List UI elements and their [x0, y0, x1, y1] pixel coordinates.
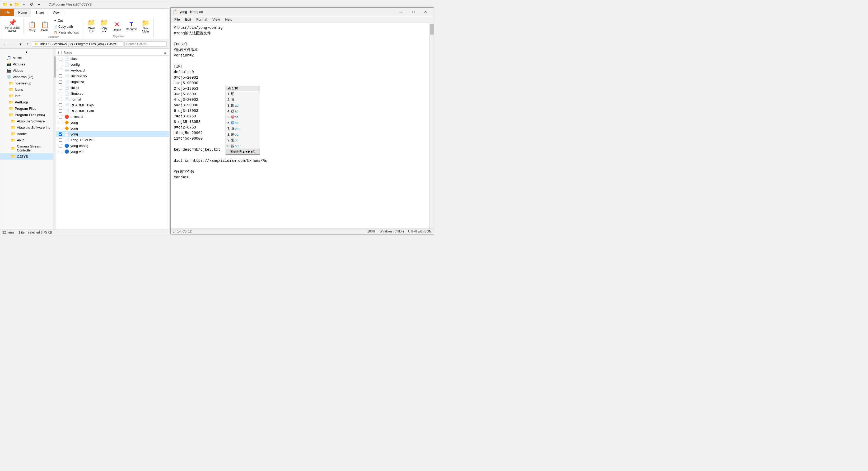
file-checkbox[interactable] — [58, 138, 63, 142]
paste-btn[interactable]: 📋 Paste — [39, 20, 51, 33]
rename-btn[interactable]: T Rename — [124, 20, 139, 32]
file-checkbox[interactable] — [58, 74, 63, 78]
list-item[interactable]: 📄 libl.dll — [56, 85, 169, 91]
list-item[interactable]: 🔶 yong — [56, 125, 169, 131]
ime-item-0[interactable]: 0. 覬buu — [226, 143, 260, 149]
sidebar-item-videos[interactable]: 🎬 Videos — [0, 67, 53, 74]
list-item[interactable]: 🔴 uninstall — [56, 114, 169, 120]
list-item[interactable]: ⌨️ keyboard — [56, 67, 169, 73]
paste-shortcut-btn[interactable]: 📋 Paste shortcut — [52, 30, 81, 35]
file-checkbox[interactable] — [58, 127, 63, 130]
tab-home[interactable]: Home — [14, 9, 31, 16]
program-files-x86-icon: 📁 — [9, 113, 13, 117]
file-icon: 🔴 — [64, 114, 69, 119]
file-checkbox[interactable] — [58, 92, 63, 95]
file-checkbox[interactable] — [58, 86, 63, 90]
list-item[interactable]: 📄 README_Big5 — [56, 102, 169, 108]
undo-btn[interactable]: ← — [21, 1, 27, 8]
move-to-btn[interactable]: 📁 Moveto ▾ — [86, 18, 97, 34]
ime-item-8[interactable]: 8. 瞬bq — [226, 132, 260, 137]
file-checkbox-selected[interactable] — [58, 132, 63, 136]
np-menu-edit[interactable]: Edit — [183, 16, 194, 22]
new-folder-btn[interactable]: 📁 Newfolder — [140, 18, 151, 34]
sidebar-item-hpswsetup[interactable]: 📁 hpswsetup — [0, 80, 53, 86]
sidebar-item-intel[interactable]: 📁 Intel — [0, 93, 53, 99]
notepad-scrollbar[interactable] — [430, 23, 434, 229]
file-checkbox[interactable] — [58, 109, 63, 113]
copy-path-btn[interactable]: 📄 Copy path — [52, 24, 81, 29]
sidebar-item-absolute-software[interactable]: 📁 Absolute Software — [0, 118, 53, 124]
list-item[interactable]: 🔵 yong-config — [56, 143, 169, 148]
delete-btn[interactable]: ✕ Delete — [111, 20, 123, 33]
up-btn[interactable]: ↑ — [25, 41, 31, 47]
tab-file[interactable]: File — [0, 9, 14, 16]
file-checkbox[interactable] — [58, 103, 63, 107]
sidebar-item-cjsys[interactable]: 📁 CJSYS — [0, 153, 53, 160]
recent-locations-btn[interactable]: ▾ — [17, 41, 24, 47]
title-dropdown-btn[interactable]: ▾ — [36, 1, 42, 8]
file-checkbox[interactable] — [58, 63, 63, 66]
file-checkbox[interactable] — [58, 98, 63, 101]
sidebar-item-program-files-x86[interactable]: 📁 Program Files (x86) — [0, 112, 53, 118]
select-all-checkbox[interactable] — [58, 51, 62, 54]
list-item[interactable]: 📄 libcloud.so — [56, 73, 169, 79]
notepad-text-area[interactable]: #!/usr/bin/yong-config #Yong输入法配置文件 [DES… — [170, 23, 430, 229]
np-minimize-btn[interactable]: — — [395, 8, 407, 16]
list-item[interactable]: 📄 libgbk.so — [56, 79, 169, 85]
tab-view[interactable]: View — [48, 9, 64, 16]
ime-item-4[interactable]: 4. 瞑ac — [226, 108, 260, 114]
sidebar-item-program-files[interactable]: 📁 Program Files — [0, 105, 53, 112]
list-item[interactable]: 📄 Yong_README — [56, 137, 169, 143]
back-btn[interactable]: ← — [2, 41, 9, 47]
cut-btn[interactable]: ✂ Cut — [52, 18, 81, 24]
sidebar-item-windows-c[interactable]: 💿 Windows (C:) — [0, 74, 53, 80]
copy-btn[interactable]: 📋 Copy — [26, 20, 38, 33]
sidebar-item-adobe[interactable]: 📁 Adobe — [0, 131, 53, 137]
sidebar-item-icons[interactable]: 📁 Icons — [0, 86, 53, 93]
forward-btn[interactable]: → — [10, 41, 16, 47]
file-checkbox[interactable] — [58, 80, 63, 83]
file-checkbox[interactable] — [58, 115, 63, 119]
list-item[interactable]: 📄 normal — [56, 96, 169, 102]
sidebar-item-pictures[interactable]: 📸 Pictures — [0, 61, 53, 67]
np-menu-help[interactable]: Help — [222, 16, 235, 22]
search-input[interactable] — [124, 41, 167, 47]
list-item[interactable]: 📄 config — [56, 62, 169, 67]
copy-to-btn[interactable]: 📁 Copyto ▾ — [98, 18, 110, 34]
ime-item-3[interactable]: 3. 閆ab — [226, 103, 260, 108]
file-checkbox[interactable] — [58, 144, 63, 147]
file-checkbox[interactable] — [58, 121, 63, 124]
ime-item-7[interactable]: 7. 昼bm — [226, 126, 260, 132]
sidebar-item-music[interactable]: 🎵 Music — [0, 55, 53, 61]
file-name: yong — [70, 121, 78, 125]
file-checkbox[interactable] — [58, 57, 63, 60]
redo-btn[interactable]: ↺ — [28, 1, 35, 8]
address-path-bar[interactable]: 📁 This PC › Windows (C:) › Program Files… — [32, 41, 123, 47]
ime-item-6[interactable]: 6. 暖be — [226, 120, 260, 126]
ime-item-9[interactable]: 9. 盟bt — [226, 137, 260, 143]
list-item[interactable]: 🔵 yong-vim — [56, 148, 169, 154]
file-checkbox[interactable] — [58, 150, 63, 153]
ime-item-1[interactable]: 1. 明 — [226, 91, 260, 97]
list-item[interactable]: 📄 libmb.so — [56, 91, 169, 96]
np-menu-file[interactable]: File — [172, 16, 183, 22]
np-maximize-btn[interactable]: □ — [407, 8, 420, 16]
np-menu-view[interactable]: View — [210, 16, 223, 22]
file-checkbox[interactable] — [58, 69, 63, 72]
sidebar-scrollbar[interactable] — [53, 48, 56, 230]
list-item[interactable]: 📄 class — [56, 56, 169, 62]
np-menu-format[interactable]: Format — [194, 16, 210, 22]
ime-item-2[interactable]: 2. 胃 — [226, 97, 260, 103]
sidebar-item-apc[interactable]: 📁 APC — [0, 137, 53, 143]
tab-share[interactable]: Share — [31, 9, 48, 16]
pin-to-quick-access-btn[interactable]: 📌 Pin to Quickaccess — [3, 18, 21, 34]
sidebar-item-perflogs[interactable]: 📁 PerfLogs — [0, 99, 53, 105]
sidebar-up-arrow[interactable]: ▲ — [25, 50, 28, 54]
list-item-selected[interactable]: 📄 yong — [56, 131, 169, 137]
list-item[interactable]: 🔶 yong — [56, 120, 169, 125]
ime-item-5[interactable]: 5. 曖be — [226, 114, 260, 120]
sidebar-item-camera-stream[interactable]: 📁 Camera Stream Controller — [0, 143, 53, 153]
list-item[interactable]: 📄 README_GBK — [56, 108, 169, 114]
np-close-btn[interactable]: ✕ — [420, 8, 432, 16]
sidebar-item-absolute-software-inc[interactable]: 📁 Absolute Software Inc — [0, 124, 53, 131]
